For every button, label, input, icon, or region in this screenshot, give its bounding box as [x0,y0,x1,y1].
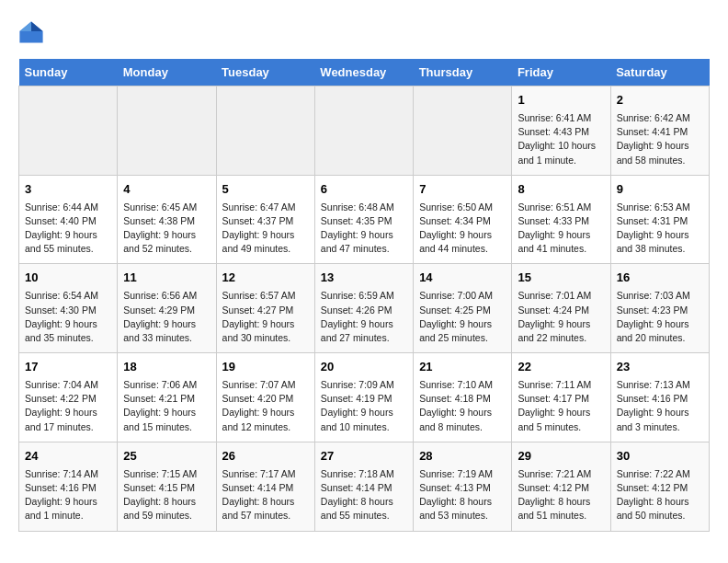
calendar-cell: 10Sunrise: 6:54 AM Sunset: 4:30 PM Dayli… [19,264,118,353]
day-info: Sunrise: 6:56 AM Sunset: 4:29 PM Dayligh… [123,289,210,345]
calendar-cell: 1Sunrise: 6:41 AM Sunset: 4:43 PM Daylig… [512,86,610,176]
day-number: 23 [617,359,703,376]
calendar-cell [216,86,314,176]
calendar-header-row: SundayMondayTuesdayWednesdayThursdayFrid… [19,59,710,86]
day-info: Sunrise: 6:44 AM Sunset: 4:40 PM Dayligh… [25,201,111,257]
day-number: 27 [321,448,407,465]
calendar-cell [414,86,512,176]
calendar-cell: 11Sunrise: 6:56 AM Sunset: 4:29 PM Dayli… [118,264,216,353]
day-header-monday: Monday [118,59,216,86]
day-info: Sunrise: 6:53 AM Sunset: 4:31 PM Dayligh… [617,201,703,257]
day-header-saturday: Saturday [610,59,709,86]
day-info: Sunrise: 7:04 AM Sunset: 4:22 PM Dayligh… [25,378,111,434]
day-info: Sunrise: 7:21 AM Sunset: 4:12 PM Dayligh… [518,467,604,523]
day-info: Sunrise: 7:07 AM Sunset: 4:20 PM Dayligh… [222,378,309,434]
day-number: 18 [123,359,210,376]
day-info: Sunrise: 6:51 AM Sunset: 4:33 PM Dayligh… [518,201,604,257]
day-number: 2 [617,92,703,109]
day-header-friday: Friday [512,59,610,86]
day-number: 22 [518,359,604,376]
calendar-cell: 23Sunrise: 7:13 AM Sunset: 4:16 PM Dayli… [610,353,709,442]
day-number: 29 [518,448,604,465]
calendar-cell: 3Sunrise: 6:44 AM Sunset: 4:40 PM Daylig… [19,175,118,264]
calendar-table: SundayMondayTuesdayWednesdayThursdayFrid… [18,59,710,532]
day-info: Sunrise: 7:15 AM Sunset: 4:15 PM Dayligh… [123,467,210,523]
day-number: 19 [222,359,309,376]
calendar-cell: 24Sunrise: 7:14 AM Sunset: 4:16 PM Dayli… [19,442,118,531]
calendar-cell: 18Sunrise: 7:06 AM Sunset: 4:21 PM Dayli… [118,353,216,442]
day-info: Sunrise: 7:09 AM Sunset: 4:19 PM Dayligh… [321,378,407,434]
day-number: 14 [419,270,506,287]
day-number: 12 [222,270,309,287]
calendar-cell [118,86,216,176]
calendar-week-5: 24Sunrise: 7:14 AM Sunset: 4:16 PM Dayli… [19,442,710,531]
page-header [18,18,710,44]
svg-marker-1 [31,22,43,32]
day-number: 28 [419,448,506,465]
day-number: 8 [518,181,604,199]
day-info: Sunrise: 6:59 AM Sunset: 4:26 PM Dayligh… [321,289,407,345]
calendar-cell: 17Sunrise: 7:04 AM Sunset: 4:22 PM Dayli… [19,353,118,442]
day-info: Sunrise: 6:48 AM Sunset: 4:35 PM Dayligh… [321,201,407,257]
calendar-cell: 12Sunrise: 6:57 AM Sunset: 4:27 PM Dayli… [216,264,314,353]
day-number: 10 [25,270,111,287]
day-info: Sunrise: 7:18 AM Sunset: 4:14 PM Dayligh… [321,467,407,523]
calendar-cell: 25Sunrise: 7:15 AM Sunset: 4:15 PM Dayli… [118,442,216,531]
day-number: 30 [617,448,703,465]
day-info: Sunrise: 7:22 AM Sunset: 4:12 PM Dayligh… [617,467,703,523]
svg-marker-2 [19,22,31,32]
day-info: Sunrise: 7:17 AM Sunset: 4:14 PM Dayligh… [222,467,309,523]
calendar-cell: 22Sunrise: 7:11 AM Sunset: 4:17 PM Dayli… [512,353,610,442]
day-number: 13 [321,270,407,287]
calendar-cell: 26Sunrise: 7:17 AM Sunset: 4:14 PM Dayli… [216,442,314,531]
calendar-cell: 15Sunrise: 7:01 AM Sunset: 4:24 PM Dayli… [512,264,610,353]
calendar-cell [19,86,118,176]
day-info: Sunrise: 7:00 AM Sunset: 4:25 PM Dayligh… [419,289,506,345]
day-info: Sunrise: 7:14 AM Sunset: 4:16 PM Dayligh… [25,467,111,523]
day-info: Sunrise: 7:03 AM Sunset: 4:23 PM Dayligh… [617,289,703,345]
calendar-cell: 13Sunrise: 6:59 AM Sunset: 4:26 PM Dayli… [314,264,413,353]
day-info: Sunrise: 6:47 AM Sunset: 4:37 PM Dayligh… [222,201,309,257]
day-info: Sunrise: 7:10 AM Sunset: 4:18 PM Dayligh… [419,378,506,434]
day-header-sunday: Sunday [19,59,118,86]
calendar-cell: 20Sunrise: 7:09 AM Sunset: 4:19 PM Dayli… [314,353,413,442]
day-info: Sunrise: 6:41 AM Sunset: 4:43 PM Dayligh… [518,111,604,167]
calendar-cell: 5Sunrise: 6:47 AM Sunset: 4:37 PM Daylig… [216,175,314,264]
calendar-cell: 29Sunrise: 7:21 AM Sunset: 4:12 PM Dayli… [512,442,610,531]
calendar-cell: 27Sunrise: 7:18 AM Sunset: 4:14 PM Dayli… [314,442,413,531]
day-number: 7 [419,181,506,199]
calendar-cell: 2Sunrise: 6:42 AM Sunset: 4:41 PM Daylig… [610,86,709,176]
day-info: Sunrise: 7:19 AM Sunset: 4:13 PM Dayligh… [419,467,506,523]
day-info: Sunrise: 6:42 AM Sunset: 4:41 PM Dayligh… [617,111,703,167]
day-number: 20 [321,359,407,376]
calendar-cell: 21Sunrise: 7:10 AM Sunset: 4:18 PM Dayli… [414,353,512,442]
day-header-wednesday: Wednesday [314,59,413,86]
day-info: Sunrise: 7:11 AM Sunset: 4:17 PM Dayligh… [518,378,604,434]
calendar-cell: 8Sunrise: 6:51 AM Sunset: 4:33 PM Daylig… [512,175,610,264]
calendar-cell: 30Sunrise: 7:22 AM Sunset: 4:12 PM Dayli… [610,442,709,531]
day-number: 15 [518,270,604,287]
calendar-cell: 16Sunrise: 7:03 AM Sunset: 4:23 PM Dayli… [610,264,709,353]
day-number: 11 [123,270,210,287]
day-header-tuesday: Tuesday [216,59,314,86]
day-number: 17 [25,359,111,376]
day-number: 25 [123,448,210,465]
day-info: Sunrise: 6:54 AM Sunset: 4:30 PM Dayligh… [25,289,111,345]
calendar-cell: 28Sunrise: 7:19 AM Sunset: 4:13 PM Dayli… [414,442,512,531]
day-number: 9 [617,181,703,199]
calendar-cell: 9Sunrise: 6:53 AM Sunset: 4:31 PM Daylig… [610,175,709,264]
day-info: Sunrise: 6:45 AM Sunset: 4:38 PM Dayligh… [123,201,210,257]
calendar-cell: 4Sunrise: 6:45 AM Sunset: 4:38 PM Daylig… [118,175,216,264]
day-info: Sunrise: 7:01 AM Sunset: 4:24 PM Dayligh… [518,289,604,345]
day-number: 21 [419,359,506,376]
calendar-cell: 6Sunrise: 6:48 AM Sunset: 4:35 PM Daylig… [314,175,413,264]
day-number: 5 [222,181,309,199]
calendar-week-2: 3Sunrise: 6:44 AM Sunset: 4:40 PM Daylig… [19,175,710,264]
day-info: Sunrise: 7:06 AM Sunset: 4:21 PM Dayligh… [123,378,210,434]
calendar-cell [314,86,413,176]
calendar-cell: 14Sunrise: 7:00 AM Sunset: 4:25 PM Dayli… [414,264,512,353]
day-header-thursday: Thursday [414,59,512,86]
day-number: 6 [321,181,407,199]
logo [18,18,48,44]
day-number: 16 [617,270,703,287]
